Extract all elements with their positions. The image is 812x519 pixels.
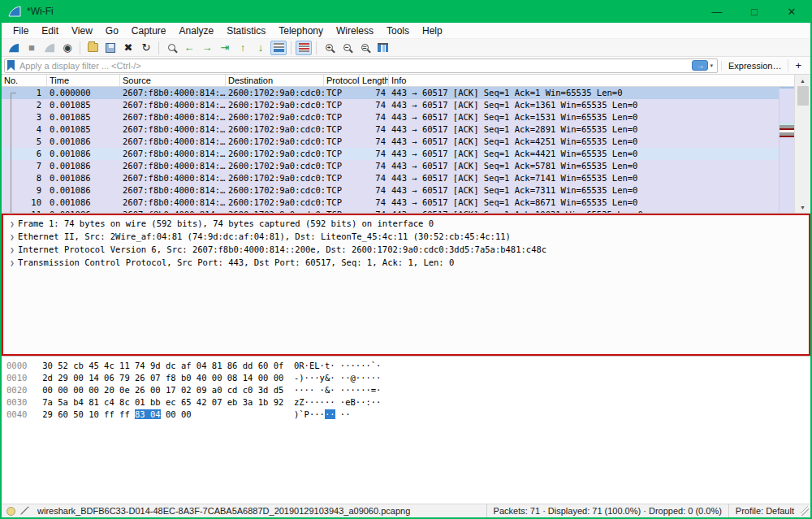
packet-counts: Packets: 71 · Displayed: 71 (100.0%) · D… [486, 504, 728, 517]
column-header-length[interactable]: Length [360, 75, 389, 86]
resize-grip[interactable] [801, 506, 809, 516]
packet-row-3[interactable]: 30.0010852607:f8b0:4000:814:…2600:1702:9… [2, 111, 810, 123]
restart-capture-icon[interactable] [41, 41, 58, 55]
stop-capture-icon[interactable]: ■ [24, 41, 40, 55]
menu-bar: FileEditViewGoCaptureAnalyzeStatisticsTe… [2, 23, 810, 39]
expand-chevron-icon[interactable]: ❯ [6, 231, 18, 244]
packet-row-2[interactable]: 20.0010852607:f8b0:4000:814:…2600:1702:9… [2, 99, 810, 111]
scrollbar-thumb[interactable] [797, 86, 809, 106]
packet-row-8[interactable]: 80.0010862607:f8b0:4000:814:…2600:1702:9… [2, 172, 810, 184]
selected-ascii: ·· [325, 409, 335, 419]
wireshark-window: *Wi-Fi — □ ✕ FileEditViewGoCaptureAnalyz… [0, 0, 812, 519]
packet-list-header: No.TimeSourceDestinationProtocolLengthIn… [2, 75, 810, 87]
detail-line-4[interactable]: ❯Transmission Control Protocol, Src Port… [6, 257, 809, 270]
add-filter-button[interactable]: + [788, 59, 808, 71]
filter-bar: Apply a display filter ... <Ctrl-/> → ▾ … [2, 57, 810, 75]
packet-row-7[interactable]: 70.0010862607:f8b0:4000:814:…2600:1702:9… [2, 160, 810, 172]
filter-history-caret-icon[interactable]: ▾ [710, 63, 713, 69]
title-bar: *Wi-Fi — □ ✕ [2, 0, 810, 23]
go-forward-icon[interactable]: → [199, 41, 215, 55]
packet-row-10[interactable]: 100.0010862607:f8b0:4000:814:…2600:1702:… [2, 197, 810, 209]
menu-analyze[interactable]: Analyze [173, 24, 221, 38]
packet-row-4[interactable]: 40.0010852607:f8b0:4000:814:…2600:1702:9… [2, 123, 810, 136]
find-packet-icon[interactable] [163, 41, 179, 55]
zoom-out-icon[interactable]: − [339, 41, 355, 55]
apply-filter-button[interactable]: → [692, 60, 708, 71]
hex-row-0040[interactable]: 004029 60 50 10 ff ff 83 0400 00)`P·····… [6, 409, 810, 421]
detail-line-3[interactable]: ❯Internet Protocol Version 6, Src: 2607:… [6, 244, 809, 257]
reload-file-icon[interactable]: ↻ [138, 41, 154, 55]
packet-details-pane: ❯Frame 1: 74 bytes on wire (592 bits), 7… [2, 214, 810, 356]
hex-row-0000[interactable]: 000030 52 cb 45 4c 11 74 9ddc af 04 81 8… [6, 360, 810, 372]
packet-row-9[interactable]: 90.0010862607:f8b0:4000:814:…2600:1702:9… [2, 184, 810, 197]
menu-help[interactable]: Help [416, 24, 449, 38]
minimap-selection-marker [780, 87, 794, 89]
detail-line-1[interactable]: ❯Frame 1: 74 bytes on wire (592 bits), 7… [6, 218, 809, 231]
menu-capture[interactable]: Capture [125, 24, 173, 38]
packet-row-6[interactable]: 60.0010862607:f8b0:4000:814:…2600:1702:9… [2, 148, 810, 160]
hex-row-0010[interactable]: 00102d 29 00 14 06 79 26 07f8 b0 40 00 0… [6, 372, 810, 384]
bookmark-icon[interactable] [7, 60, 15, 71]
filter-placeholder: Apply a display filter ... <Ctrl-/> [19, 61, 692, 71]
menu-wireless[interactable]: Wireless [330, 24, 380, 38]
display-filter-input[interactable]: Apply a display filter ... <Ctrl-/> → ▾ [4, 58, 718, 73]
scroll-up-icon[interactable]: ▲ [795, 75, 810, 86]
main-toolbar: ■◉✖↻←→⇥↑↓+−= [2, 39, 810, 57]
colorize-icon[interactable] [296, 41, 312, 55]
column-header-no[interactable]: No. [2, 75, 47, 86]
expand-chevron-icon[interactable]: ❯ [6, 244, 18, 257]
conversation-bracket [11, 93, 16, 214]
menu-statistics[interactable]: Statistics [220, 24, 272, 38]
column-header-protocol[interactable]: Protocol [324, 75, 360, 86]
go-bottom-icon[interactable]: ↓ [253, 41, 269, 55]
window-title: *Wi-Fi [27, 6, 54, 17]
close-file-icon[interactable]: ✖ [120, 41, 136, 55]
packet-row-5[interactable]: 50.0010862607:f8b0:4000:814:…2600:1702:9… [2, 136, 810, 148]
hex-row-0030[interactable]: 00307a 5a b4 81 c4 8c 01 bbec 65 42 07 e… [6, 396, 810, 409]
maximize-button[interactable]: □ [736, 0, 773, 23]
detail-line-2[interactable]: ❯Ethernet II, Src: 2Wire_af:04:81 (74:9d… [6, 231, 809, 244]
resize-columns-icon[interactable] [374, 41, 391, 55]
capture-options-icon[interactable]: ◉ [59, 41, 76, 55]
go-back-icon[interactable]: ← [181, 41, 197, 55]
go-to-packet-icon[interactable]: ⇥ [217, 41, 233, 55]
auto-scroll-icon[interactable] [270, 41, 287, 55]
scroll-down-icon[interactable]: ▼ [795, 201, 810, 213]
capture-comment-icon[interactable] [19, 506, 29, 516]
profile-indicator[interactable]: Profile: Default [728, 504, 801, 517]
expand-chevron-icon[interactable]: ❯ [6, 218, 18, 231]
close-button[interactable]: ✕ [773, 0, 810, 23]
wireshark-logo-icon [8, 6, 21, 17]
save-file-icon[interactable] [102, 41, 119, 55]
start-capture-icon[interactable] [6, 41, 22, 55]
column-header-info[interactable]: Info [389, 75, 810, 86]
packet-list-scrollbar[interactable]: ▲ ▼ [794, 75, 810, 213]
expression-button[interactable]: Expression… [721, 61, 788, 71]
open-file-icon[interactable] [84, 41, 101, 55]
capture-file-name[interactable]: wireshark_BDFB6C33-D014-48EC-8A3F-7CABA5… [37, 506, 410, 516]
hex-row-0020[interactable]: 002000 00 00 00 20 0e 26 0017 02 09 a0 c… [6, 384, 810, 396]
menu-view[interactable]: View [65, 24, 99, 38]
menu-file[interactable]: File [6, 24, 35, 38]
menu-edit[interactable]: Edit [35, 24, 65, 38]
packet-list-rows: 10.0000002607:f8b0:4000:814:…2600:1702:9… [2, 87, 810, 214]
menu-tools[interactable]: Tools [380, 24, 416, 38]
minimize-button[interactable]: — [698, 0, 736, 23]
column-header-destination[interactable]: Destination [226, 75, 324, 86]
menu-telephony[interactable]: Telephony [272, 24, 330, 38]
packet-list-pane: No.TimeSourceDestinationProtocolLengthIn… [2, 75, 810, 214]
column-header-time[interactable]: Time [47, 75, 120, 86]
column-header-source[interactable]: Source [120, 75, 226, 86]
zoom-original-icon[interactable]: = [356, 41, 373, 55]
minimap-marked-packets [780, 123, 794, 137]
intelligent-scrollbar-minimap[interactable] [779, 87, 794, 213]
menu-go[interactable]: Go [99, 24, 125, 38]
expert-info-icon[interactable] [6, 507, 15, 516]
packet-bytes-pane: 000030 52 cb 45 4c 11 74 9ddc af 04 81 8… [2, 356, 810, 504]
go-top-icon[interactable]: ↑ [235, 41, 251, 55]
packet-row-11[interactable]: 110.0010862607:f8b0:4000:814:…2600:1702:… [2, 209, 810, 214]
zoom-in-icon[interactable]: + [321, 41, 337, 55]
selected-bytes: 83 04 [135, 409, 161, 419]
packet-row-1[interactable]: 10.0000002607:f8b0:4000:814:…2600:1702:9… [2, 87, 810, 99]
expand-chevron-icon[interactable]: ❯ [6, 257, 18, 270]
